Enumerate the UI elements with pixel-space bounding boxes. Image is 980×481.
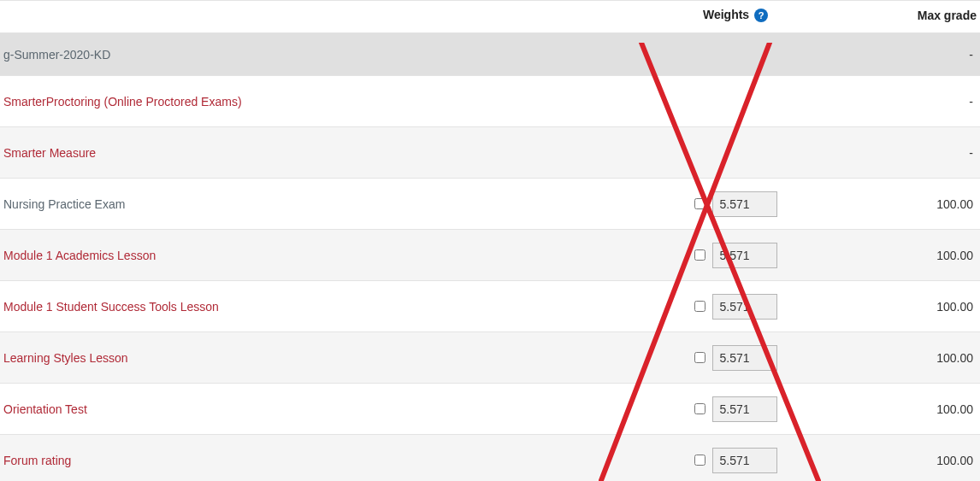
item-name-cell: Learning Styles Lesson [0,332,633,384]
item-weight-cell [633,384,838,435]
category-name: g-Summer-2020-KD [0,33,633,76]
item-weight-cell [633,281,838,332]
header-weights-text: Weights [703,8,749,21]
item-maxgrade: - [838,76,980,127]
item-name-cell: SmarterProctoring (Online Proctored Exam… [0,76,633,127]
weight-input[interactable] [712,191,777,217]
weight-override-checkbox[interactable] [694,198,705,209]
item-link[interactable]: Learning Styles Lesson [3,351,128,365]
item-maxgrade: 100.00 [838,332,980,384]
item-link[interactable]: Smarter Measure [3,146,96,160]
item-maxgrade: 100.00 [838,384,980,435]
table-row: Module 1 Student Success Tools Lesson100… [0,281,980,332]
category-row: g-Summer-2020-KD- [0,33,980,76]
item-link[interactable]: Module 1 Student Success Tools Lesson [3,300,219,314]
weight-override-checkbox[interactable] [694,301,705,312]
category-weight-cell [633,33,838,76]
weight-input[interactable] [712,345,777,371]
weight-override-checkbox[interactable] [694,352,705,363]
header-name [0,1,633,33]
item-name-cell: Module 1 Student Success Tools Lesson [0,281,633,332]
item-name-cell: Forum rating [0,435,633,481]
item-maxgrade: 100.00 [838,281,980,332]
page-root: Weights ? Max grade g-Summer-2020-KD-Sma… [0,0,980,481]
item-weight-cell [633,435,838,481]
table-body: g-Summer-2020-KD-SmarterProctoring (Onli… [0,33,980,481]
item-maxgrade: - [838,127,980,179]
table-row: Orientation Test100.00 [0,384,980,435]
item-weight-cell [633,332,838,384]
table-header-row: Weights ? Max grade [0,1,980,33]
grade-table: Weights ? Max grade g-Summer-2020-KD-Sma… [0,0,980,481]
table-row: Learning Styles Lesson100.00 [0,332,980,384]
item-link[interactable]: SmarterProctoring (Online Proctored Exam… [3,95,242,109]
weight-input[interactable] [712,396,777,422]
help-icon[interactable]: ? [754,9,768,22]
item-maxgrade: 100.00 [838,435,980,481]
item-maxgrade: 100.00 [838,230,980,281]
item-label: Nursing Practice Exam [3,197,125,211]
table-row: Smarter Measure- [0,127,980,179]
weight-override-checkbox[interactable] [694,249,705,261]
item-weight-cell [633,127,838,179]
item-name-cell: Module 1 Academics Lesson [0,230,633,281]
weight-input[interactable] [712,294,777,320]
item-name-cell: Orientation Test [0,384,633,435]
item-weight-cell [633,76,838,127]
table-row: Forum rating100.00 [0,435,980,481]
item-link[interactable]: Orientation Test [3,402,87,416]
table-row: SmarterProctoring (Online Proctored Exam… [0,76,980,127]
item-maxgrade: 100.00 [838,179,980,230]
item-name-cell: Nursing Practice Exam [0,179,633,230]
table-row: Nursing Practice Exam100.00 [0,179,980,230]
category-maxgrade: - [838,33,980,76]
weight-override-checkbox[interactable] [694,403,705,414]
header-weights: Weights ? [633,1,838,33]
weight-input[interactable] [712,448,777,473]
item-weight-cell [633,179,838,230]
item-name-cell: Smarter Measure [0,127,633,179]
item-link[interactable]: Module 1 Academics Lesson [3,249,156,262]
weight-override-checkbox[interactable] [694,455,705,466]
item-link[interactable]: Forum rating [3,454,71,467]
header-maxgrade: Max grade [838,1,980,33]
weight-input[interactable] [712,243,777,268]
table-row: Module 1 Academics Lesson100.00 [0,230,980,281]
item-weight-cell [633,230,838,281]
